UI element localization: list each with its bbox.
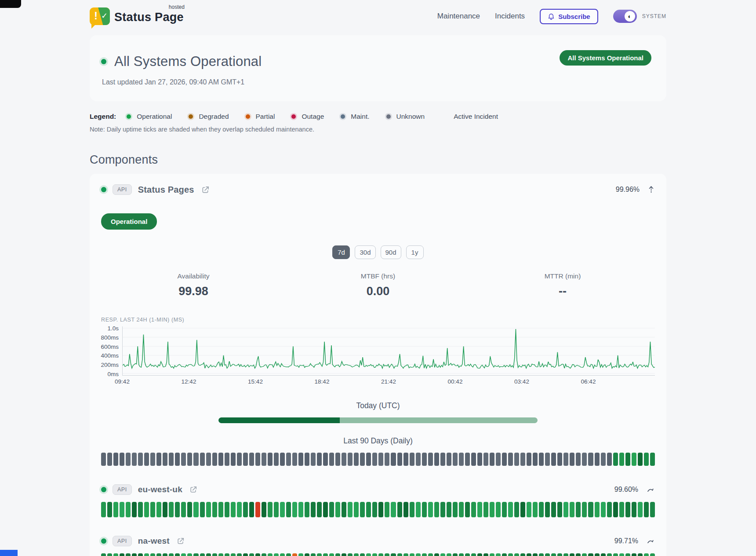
uptime-tick[interactable]	[403, 502, 408, 517]
uptime-tick[interactable]	[169, 553, 174, 556]
uptime-tick[interactable]	[514, 502, 519, 517]
uptime-tick[interactable]	[632, 502, 636, 517]
uptime-tick[interactable]	[311, 502, 316, 517]
uptime-tick[interactable]	[249, 502, 254, 517]
uptime-tick[interactable]	[354, 502, 359, 517]
uptime-tick[interactable]	[397, 502, 402, 517]
uptime-tick[interactable]	[144, 553, 149, 556]
uptime-tick[interactable]	[570, 453, 574, 466]
uptime-tick[interactable]	[120, 453, 124, 466]
nav-maintenance[interactable]: Maintenance	[437, 12, 480, 21]
expand-icon[interactable]	[646, 486, 655, 493]
uptime-tick[interactable]	[237, 502, 242, 517]
uptime-tick[interactable]	[428, 502, 433, 517]
uptime-tick[interactable]	[582, 553, 587, 556]
uptime-tick[interactable]	[132, 502, 137, 517]
uptime-tick[interactable]	[274, 553, 279, 556]
uptime-tick[interactable]	[601, 502, 606, 517]
uptime-tick[interactable]	[471, 453, 476, 466]
uptime-tick[interactable]	[595, 453, 600, 466]
uptime-tick[interactable]	[539, 453, 544, 466]
uptime-tick[interactable]	[607, 453, 612, 466]
uptime-tick[interactable]	[416, 502, 421, 517]
uptime-tick[interactable]	[335, 453, 340, 466]
uptime-tick[interactable]	[403, 453, 408, 466]
uptime-tick[interactable]	[181, 453, 186, 466]
uptime-tick[interactable]	[638, 502, 643, 517]
uptime-tick[interactable]	[132, 453, 137, 466]
uptime-tick[interactable]	[342, 453, 346, 466]
range-button-1y[interactable]: 1y	[406, 245, 424, 259]
uptime-tick[interactable]	[200, 502, 205, 517]
uptime-tick[interactable]	[268, 453, 273, 466]
uptime-tick[interactable]	[453, 553, 458, 556]
uptime-tick[interactable]	[557, 453, 562, 466]
uptime-tick[interactable]	[650, 502, 655, 517]
uptime-tick[interactable]	[397, 453, 402, 466]
uptime-tick[interactable]	[650, 453, 655, 466]
uptime-tick[interactable]	[243, 502, 248, 517]
uptime-tick[interactable]	[187, 553, 192, 556]
uptime-tick[interactable]	[527, 553, 531, 556]
uptime-tick[interactable]	[644, 453, 649, 466]
uptime-tick[interactable]	[385, 453, 389, 466]
uptime-tick[interactable]	[280, 453, 285, 466]
uptime-tick[interactable]	[632, 453, 636, 466]
uptime-tick[interactable]	[311, 453, 316, 466]
uptime-tick[interactable]	[150, 453, 155, 466]
uptime-tick[interactable]	[292, 553, 297, 556]
uptime-tick[interactable]	[298, 453, 303, 466]
uptime-tick[interactable]	[372, 453, 377, 466]
uptime-tick[interactable]	[632, 553, 636, 556]
uptime-tick[interactable]	[545, 453, 550, 466]
brand-logo[interactable]: ! ✓ Status Page hosted	[90, 7, 184, 25]
uptime-tick[interactable]	[163, 453, 167, 466]
uptime-tick[interactable]	[107, 553, 112, 556]
uptime-tick[interactable]	[150, 502, 155, 517]
uptime-tick[interactable]	[169, 453, 174, 466]
uptime-tick[interactable]	[471, 553, 476, 556]
uptime-tick[interactable]	[397, 553, 402, 556]
uptime-tick[interactable]	[249, 453, 254, 466]
uptime-tick[interactable]	[576, 502, 581, 517]
uptime-tick[interactable]	[366, 553, 371, 556]
uptime-tick[interactable]	[582, 502, 587, 517]
uptime-tick[interactable]	[317, 553, 322, 556]
uptime-tick[interactable]	[286, 553, 291, 556]
uptime-tick[interactable]	[533, 553, 538, 556]
uptime-tick[interactable]	[113, 553, 118, 556]
uptime-tick[interactable]	[514, 453, 519, 466]
uptime-tick[interactable]	[187, 502, 192, 517]
uptime-tick[interactable]	[329, 553, 334, 556]
uptime-tick[interactable]	[366, 453, 371, 466]
uptime-tick[interactable]	[477, 502, 482, 517]
uptime-tick[interactable]	[120, 553, 124, 556]
uptime-tick[interactable]	[551, 453, 556, 466]
uptime-tick[interactable]	[329, 502, 334, 517]
uptime-tick[interactable]	[286, 453, 291, 466]
uptime-tick[interactable]	[144, 453, 149, 466]
uptime-tick[interactable]	[459, 553, 464, 556]
uptime-tick[interactable]	[483, 502, 488, 517]
uptime-tick[interactable]	[385, 502, 389, 517]
uptime-tick[interactable]	[342, 553, 346, 556]
uptime-tick[interactable]	[440, 553, 445, 556]
uptime-tick[interactable]	[354, 453, 359, 466]
uptime-tick[interactable]	[181, 502, 186, 517]
uptime-tick[interactable]	[372, 553, 377, 556]
uptime-tick[interactable]	[243, 553, 248, 556]
range-button-30d[interactable]: 30d	[355, 245, 375, 259]
uptime-tick[interactable]	[175, 453, 180, 466]
uptime-tick[interactable]	[576, 553, 581, 556]
uptime-tick[interactable]	[193, 502, 198, 517]
uptime-tick[interactable]	[292, 453, 297, 466]
uptime-tick[interactable]	[323, 453, 328, 466]
uptime-tick[interactable]	[298, 553, 303, 556]
uptime-tick[interactable]	[113, 502, 118, 517]
external-link-icon[interactable]	[201, 186, 210, 194]
uptime-tick[interactable]	[440, 453, 445, 466]
uptime-tick[interactable]	[545, 553, 550, 556]
uptime-tick[interactable]	[428, 453, 433, 466]
uptime-tick[interactable]	[305, 453, 309, 466]
uptime-tick[interactable]	[218, 553, 223, 556]
